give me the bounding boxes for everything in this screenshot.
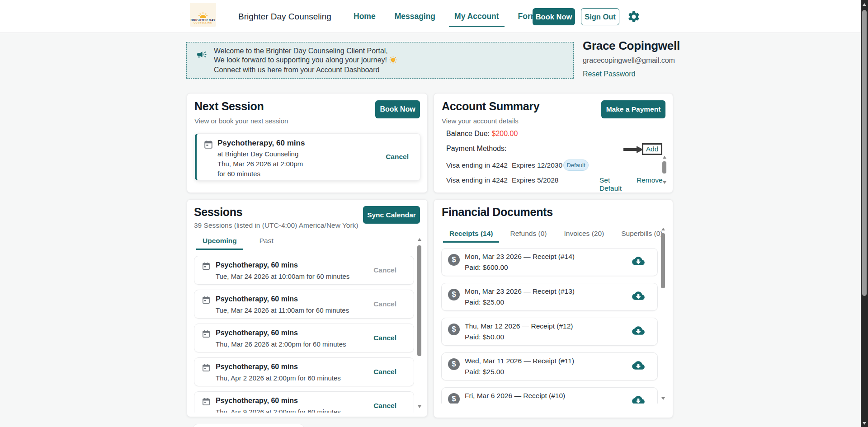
tab-refunds[interactable]: Refunds (0) [504,230,553,238]
profile-block: Grace Copingwell gracecopingwell@gmail.c… [583,39,680,78]
next-session-title: Next Session [194,100,264,113]
card-expiry: Expires 5/2028 [512,176,602,184]
set-default-link[interactable]: Set Default [599,176,622,192]
next-session-item: Psychotherapy, 60 mins at Brighter Day C… [195,133,420,181]
partial-card-below [193,424,304,427]
receipt-title: Mon, Mar 23 2026 — Receipt (#13) [465,287,575,296]
session-list-item: Psychotherapy, 60 mins Tue, Mar 24 2026 … [194,256,414,285]
add-payment-method-link[interactable]: Add [646,145,659,153]
cancel-session-link[interactable]: Cancel [386,153,409,161]
session-title: Psychotherapy, 60 mins [216,363,298,371]
sync-calendar-button[interactable]: Sync Calendar [363,206,420,224]
sessions-subtitle: 39 Sessions (listed in (UTC-4:00) Americ… [194,221,359,230]
session-detail: Thu, Apr 9 2026 at 2:00pm for 60 minutes [216,408,341,413]
receipt-paid: Paid: $25.00 [465,368,504,376]
scroll-down-arrow[interactable] [661,397,665,400]
account-summary-subtitle: View your account details [442,117,519,125]
cancel-session-link[interactable]: Cancel [373,300,396,308]
calendar-icon [202,363,211,372]
payment-method-row: Visa ending in 4242 Expires 5/2028 Set D… [446,176,508,184]
scroll-down-arrow[interactable] [418,405,421,408]
balance-label: Balance Due: [446,130,490,137]
megaphone-icon [196,49,208,60]
profile-email: gracecopingwell@gmail.com [583,56,680,65]
financial-documents-card: Financial Documents Receipts (14) Refund… [434,199,673,418]
receipt-title: Wed, Mar 11 2026 — Receipt (#11) [465,357,574,365]
scroll-down-arrow[interactable] [863,422,866,425]
page-scrollbar[interactable] [861,0,868,427]
session-title: Psychotherapy, 60 mins [216,329,298,337]
receipt-paid: Paid: $25.00 [465,298,504,306]
account-summary-title: Account Summary [442,100,539,113]
make-payment-button[interactable]: Make a Payment [601,100,665,118]
card-description: Visa ending in 4242 [446,161,508,169]
dollar-icon: $ [448,324,460,335]
scroll-down-arrow[interactable] [663,181,666,184]
session-list-item: Psychotherapy, 60 mins Tue, Mar 24 2026 … [194,290,414,319]
scrollbar-thumb[interactable] [661,233,665,288]
book-now-card-button[interactable]: Book Now [375,100,420,118]
session-datetime: Thu, Mar 26 2026 at 2:00pm [217,160,303,168]
tab-upcoming[interactable]: Upcoming [196,237,243,245]
scrollbar-thumb[interactable] [417,245,421,356]
receipts-list: $ Mon, Mar 23 2026 — Receipt (#14) Paid:… [441,248,658,404]
scrollbar-thumb[interactable] [662,161,666,174]
remove-link[interactable]: Remove [637,176,663,184]
next-session-card: Next Session View or book your next sess… [187,93,428,193]
download-icon[interactable] [632,291,645,301]
nav-my-account[interactable]: My Account [454,0,499,33]
receipt-item: $ Mon, Mar 23 2026 — Receipt (#14) Paid:… [441,248,658,276]
tab-invoices[interactable]: Invoices (20) [557,230,610,238]
sun-logo-icon [198,12,208,18]
session-title: Psychotherapy, 60 mins [216,295,298,303]
top-navigation: BRIGHTER DAY COUNSELING Brighter Day Cou… [0,0,861,33]
session-list-item: Psychotherapy, 60 mins Thu, Mar 26 2026 … [194,324,414,352]
nav-messaging[interactable]: Messaging [395,0,435,33]
sessions-list: Psychotherapy, 60 mins Tue, Mar 24 2026 … [194,256,414,413]
calendar-icon [202,329,211,338]
cancel-session-link[interactable]: Cancel [373,368,396,376]
download-icon[interactable] [632,325,645,336]
session-title: Psychotherapy, 60 mins [216,261,298,269]
receipt-title: Mon, Mar 23 2026 — Receipt (#14) [465,253,575,261]
book-now-button[interactable]: Book Now [533,8,575,25]
tab-receipts[interactable]: Receipts (14) [443,230,499,238]
tab-past[interactable]: Past [253,237,280,245]
sessions-scrollbar[interactable] [417,238,421,410]
scroll-up-arrow[interactable] [418,238,421,241]
session-detail: Thu, Mar 26 2026 at 2:00pm for 60 minute… [216,340,346,348]
payment-methods-scrollbar[interactable] [662,156,666,188]
reset-password-link[interactable]: Reset Password [583,70,680,78]
dollar-icon: $ [448,393,460,404]
brand-logo: BRIGHTER DAY COUNSELING [190,3,216,27]
financial-scrollbar[interactable] [661,228,665,402]
session-list-item: Psychotherapy, 60 mins Thu, Apr 9 2026 a… [194,391,414,413]
download-icon[interactable] [632,395,645,404]
sessions-tabs: Upcoming Past [196,237,280,245]
welcome-banner: Welcome to the Brighter Day Counseling C… [186,42,574,79]
page-scrollbar-thumb[interactable] [862,10,867,296]
session-detail: Thu, Apr 2 2026 at 2:00pm for 60 minutes [216,374,341,382]
scroll-up-arrow[interactable] [661,228,665,230]
scroll-up-arrow[interactable] [863,3,866,6]
calendar-icon [202,262,211,271]
session-list-item: Psychotherapy, 60 mins Thu, Apr 2 2026 a… [194,357,414,386]
download-icon[interactable] [632,360,645,371]
banner-line-2: We look forward to supporting you along … [214,56,387,64]
receipt-title: Fri, Mar 6 2026 — Receipt (#10) [465,392,565,400]
dollar-icon: $ [448,254,460,266]
gear-icon[interactable] [627,10,641,23]
scroll-up-arrow[interactable] [663,156,666,159]
sign-out-button[interactable]: Sign Out [581,8,619,25]
cancel-session-link[interactable]: Cancel [373,266,396,274]
calendar-icon [202,296,211,305]
balance-value: $200.00 [492,130,518,137]
default-badge: Default [563,160,589,171]
cancel-session-link[interactable]: Cancel [373,402,396,410]
card-description: Visa ending in 4242 [446,176,508,184]
download-icon[interactable] [632,256,645,266]
session-title: Psychotherapy, 60 mins [216,397,298,405]
card-expiry: Expires 12/2030 [512,161,602,169]
nav-home[interactable]: Home [354,0,376,33]
cancel-session-link[interactable]: Cancel [373,334,396,342]
